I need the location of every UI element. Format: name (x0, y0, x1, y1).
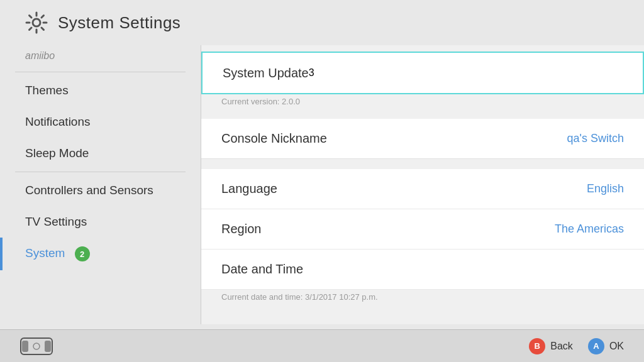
b-button-icon: B (529, 338, 545, 354)
console-nickname-label: Console Nickname (221, 131, 327, 146)
system-update-badge: 3 (309, 67, 314, 79)
language-label: Language (221, 182, 277, 196)
header: System Settings (0, 0, 644, 45)
sidebar-item-tv-settings[interactable]: TV Settings (0, 206, 201, 238)
svg-point-12 (33, 343, 40, 349)
date-time-label: Date and Time (221, 262, 303, 277)
language-item[interactable]: Language English (201, 169, 644, 209)
switch-icon (20, 337, 53, 355)
bottom-right: B Back A OK (529, 338, 624, 354)
ok-label: OK (609, 341, 624, 352)
sidebar-item-themes[interactable]: Themes (0, 75, 201, 106)
main-layout: amiibo Themes Notifications Sleep Mode C… (0, 45, 644, 324)
sidebar-divider-1 (15, 72, 186, 72)
sidebar: amiibo Themes Notifications Sleep Mode C… (0, 45, 201, 324)
content-panel: System Update 3 Current version: 2.0.0 C… (201, 45, 644, 324)
ok-button[interactable]: A OK (588, 338, 624, 354)
console-nickname-value: qa's Switch (567, 132, 624, 145)
svg-line-8 (30, 28, 32, 30)
sidebar-divider-2 (15, 172, 186, 172)
svg-rect-10 (22, 341, 28, 352)
console-nickname-item[interactable]: Console Nickname qa's Switch (201, 119, 644, 159)
sidebar-item-sleep-mode[interactable]: Sleep Mode (0, 138, 201, 169)
svg-rect-11 (45, 341, 51, 352)
date-time-item[interactable]: Date and Time (201, 250, 644, 290)
page-title: System Settings (58, 13, 180, 33)
back-button[interactable]: B Back (529, 338, 573, 354)
system-update-label: System Update (223, 66, 309, 80)
svg-point-0 (33, 19, 40, 26)
sidebar-item-notifications[interactable]: Notifications (0, 106, 201, 138)
date-time-subtitle: Current date and time: 3/1/2017 10:27 p.… (201, 290, 644, 308)
gear-icon (25, 11, 48, 34)
bottom-left (20, 337, 53, 355)
region-value: The Americas (555, 222, 624, 236)
sidebar-item-amiibo[interactable]: amiibo (0, 45, 201, 69)
svg-line-5 (30, 16, 32, 18)
language-value: English (587, 182, 624, 195)
system-update-subtitle: Current version: 2.0.0 (201, 94, 644, 112)
svg-line-7 (42, 16, 44, 18)
system-update-item[interactable]: System Update 3 (201, 52, 644, 94)
sidebar-item-controllers[interactable]: Controllers and Sensors (0, 175, 201, 206)
a-button-icon: A (588, 338, 604, 354)
region-item[interactable]: Region The Americas (201, 209, 644, 250)
svg-line-6 (42, 28, 44, 30)
region-label: Region (221, 222, 261, 236)
back-label: Back (550, 341, 573, 352)
sidebar-item-system[interactable]: System 2 (0, 238, 201, 270)
system-badge: 2 (75, 246, 90, 261)
bottom-bar: B Back A OK (0, 329, 644, 362)
